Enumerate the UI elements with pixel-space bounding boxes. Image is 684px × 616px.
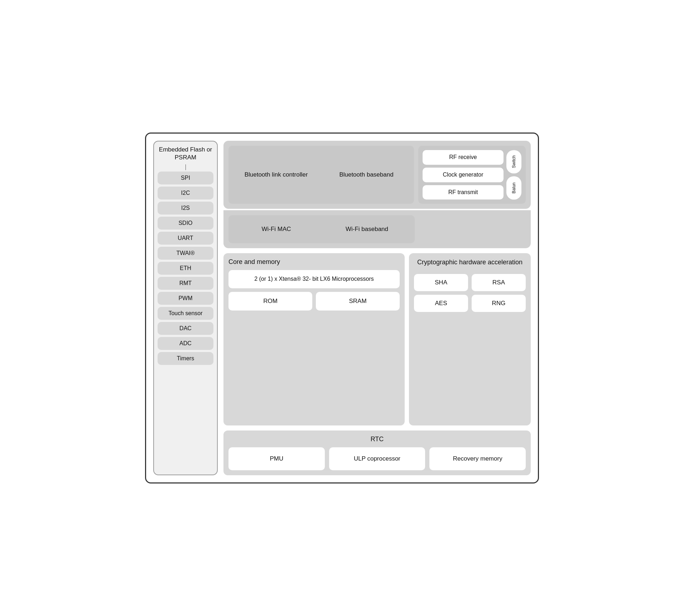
pill-eth: ETH: [158, 262, 213, 275]
rf-receive: RF receive: [423, 150, 504, 165]
wifi-baseband: Wi-Fi baseband: [323, 220, 410, 239]
rtc-ulp: ULP coprocessor: [329, 447, 425, 470]
crypto-title: Cryptographic hardware acceleration: [414, 258, 526, 266]
pill-rmt: RMT: [158, 277, 213, 290]
main-diagram: Embedded Flash or PSRAM SPI I2C I2S SDIO…: [145, 133, 539, 483]
wifi-mac: Wi-Fi MAC: [233, 220, 320, 239]
wifi-subsection: Wi-Fi MAC Wi-Fi baseband: [228, 215, 415, 243]
rtc-block: RTC PMU ULP coprocessor Recovery memory: [223, 430, 531, 475]
pill-i2c: I2C: [158, 187, 213, 199]
rf-clock-generator: Clock generator: [423, 168, 504, 182]
crypto-block: Cryptographic hardware acceleration SHA …: [409, 253, 531, 425]
pill-touch-sensor: Touch sensor: [158, 307, 213, 320]
rom-cell: ROM: [228, 292, 312, 311]
rtc-pmu: PMU: [228, 447, 325, 470]
right-area: Bluetooth link controller Bluetooth base…: [223, 141, 531, 475]
wifi-section: Wi-Fi MAC Wi-Fi baseband: [223, 210, 531, 248]
cpu-cell: 2 (or 1) x Xtensa® 32- bit LX6 Microproc…: [228, 270, 400, 288]
pill-dac: DAC: [158, 322, 213, 335]
pill-adc: ADC: [158, 337, 213, 350]
bt-baseband: Bluetooth baseband: [323, 150, 410, 199]
memory-row: ROM SRAM: [228, 292, 400, 311]
rf-switch: Switch: [506, 150, 521, 173]
pill-timers: Timers: [158, 352, 213, 365]
crypto-aes: AES: [414, 295, 468, 312]
crypto-rng: RNG: [472, 295, 526, 312]
sram-cell: SRAM: [316, 292, 400, 311]
connector-line: [186, 164, 186, 170]
pill-pwm: PWM: [158, 292, 213, 305]
rtc-inner: PMU ULP coprocessor Recovery memory: [228, 447, 526, 470]
crypto-grid: SHA RSA AES RNG: [414, 274, 526, 312]
wireless-section: Bluetooth link controller Bluetooth base…: [223, 141, 531, 209]
core-title: Core and memory: [228, 258, 400, 266]
pill-sdio: SDIO: [158, 217, 213, 230]
rf-balun: Balun: [506, 176, 521, 199]
flash-psram-title: Embedded Flash or PSRAM: [158, 146, 213, 162]
pill-i2s: I2S: [158, 202, 213, 215]
pill-twai: TWAI®: [158, 247, 213, 260]
wifi-row-spacer: [418, 215, 526, 243]
rf-transmit: RF transmit: [423, 185, 504, 200]
rf-main-cells: RF receive Clock generator RF transmit: [423, 150, 504, 199]
pill-uart: UART: [158, 232, 213, 245]
crypto-sha: SHA: [414, 274, 468, 291]
core-crypto-row: Core and memory 2 (or 1) x Xtensa® 32- b…: [223, 253, 531, 425]
bt-link-controller: Bluetooth link controller: [233, 150, 319, 199]
pill-spi: SPI: [158, 172, 213, 184]
rtc-recovery: Recovery memory: [429, 447, 526, 470]
core-block: Core and memory 2 (or 1) x Xtensa® 32- b…: [223, 253, 405, 425]
rtc-title: RTC: [228, 435, 526, 443]
rf-side-pills: Switch Balun: [506, 150, 521, 199]
left-column: Embedded Flash or PSRAM SPI I2C I2S SDIO…: [153, 141, 218, 475]
bluetooth-subsection: Bluetooth link controller Bluetooth base…: [228, 146, 414, 204]
crypto-rsa: RSA: [472, 274, 526, 291]
rf-subsection: RF receive Clock generator RF transmit S…: [418, 146, 526, 204]
